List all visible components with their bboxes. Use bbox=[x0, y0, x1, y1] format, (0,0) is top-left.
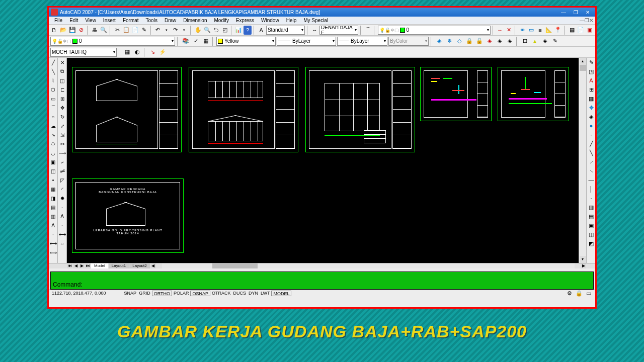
hscroll-left-icon[interactable]: ◀ bbox=[150, 263, 156, 268]
pline-icon[interactable]: ⌇ bbox=[49, 76, 57, 84]
r20-icon[interactable]: ◫ bbox=[587, 230, 596, 239]
match-icon[interactable]: ✎ bbox=[140, 26, 148, 35]
mtext-icon[interactable]: A bbox=[49, 221, 57, 229]
trim-icon[interactable]: ✂ bbox=[58, 140, 66, 148]
preview-icon[interactable]: 🔍 bbox=[100, 26, 108, 35]
chamfer-icon[interactable]: ◸ bbox=[58, 176, 66, 184]
help-icon[interactable]: ? bbox=[244, 26, 252, 35]
offset-icon[interactable]: ⊏ bbox=[58, 85, 66, 94]
r8-icon[interactable]: ● bbox=[587, 121, 596, 130]
rotate-icon[interactable]: ↻ bbox=[58, 113, 66, 121]
close-button[interactable]: ✕ bbox=[582, 9, 593, 16]
scale-icon[interactable]: ⤢ bbox=[58, 122, 66, 130]
menu-modify[interactable]: Modify bbox=[211, 17, 232, 24]
r2-icon[interactable]: ◳ bbox=[587, 67, 596, 76]
break-icon[interactable]: ⌿ bbox=[58, 158, 66, 166]
r18-icon[interactable]: ▤ bbox=[587, 212, 596, 221]
cut-icon[interactable]: ✂ bbox=[114, 26, 122, 35]
insert-icon[interactable]: ▣ bbox=[49, 158, 57, 166]
osnap3-icon[interactable]: ◈ bbox=[540, 37, 549, 46]
hscroll-track[interactable] bbox=[162, 263, 575, 268]
st-lwt[interactable]: LWT bbox=[260, 291, 271, 296]
dim-linear-icon[interactable]: ↔ bbox=[496, 26, 504, 35]
array-icon[interactable]: ⊞ bbox=[58, 95, 66, 103]
st-snap[interactable]: SNAP bbox=[123, 291, 138, 296]
area-icon[interactable]: ▭ bbox=[527, 26, 535, 35]
text-icon[interactable]: 📄 bbox=[577, 26, 585, 35]
dimstyle-combo[interactable]: DENAH BAJA E▾ bbox=[319, 26, 358, 35]
r15-icon[interactable]: │ bbox=[587, 185, 596, 194]
textstyle-icon[interactable]: A bbox=[257, 26, 265, 35]
r5-icon[interactable]: ▦ bbox=[587, 94, 596, 103]
zoom-rt-icon[interactable]: 🔍 bbox=[203, 26, 211, 35]
dim2-icon[interactable]: ⟺ bbox=[49, 248, 57, 256]
laylck-icon[interactable]: 🔒 bbox=[465, 37, 474, 46]
layulk-icon[interactable]: 🔓 bbox=[475, 37, 484, 46]
undo-dropdown-icon[interactable]: ▾ bbox=[163, 26, 171, 35]
arc2-icon[interactable]: ⌒ bbox=[49, 104, 57, 112]
menu-tools[interactable]: Tools bbox=[142, 17, 161, 24]
status-tray3-icon[interactable]: ▭ bbox=[584, 289, 593, 298]
list-icon[interactable]: ≡ bbox=[536, 26, 544, 35]
new-icon[interactable]: 🗋 bbox=[50, 26, 58, 35]
mdi-minimize[interactable]: — bbox=[580, 18, 585, 23]
tab-model[interactable]: Model bbox=[91, 263, 108, 268]
dimstyle-icon[interactable]: ↔ bbox=[310, 26, 318, 35]
minimize-button[interactable]: — bbox=[558, 9, 569, 16]
tab-last-icon[interactable]: ⏭ bbox=[85, 263, 91, 268]
move-icon[interactable]: ✥ bbox=[58, 104, 66, 112]
r10-icon[interactable]: ╱ bbox=[587, 139, 596, 148]
st-dyn[interactable]: DYN bbox=[248, 291, 259, 296]
qnew-icon[interactable]: ⊘ bbox=[77, 26, 86, 35]
osnap1-icon[interactable]: ⊡ bbox=[520, 37, 529, 46]
plot-icon[interactable]: 🖶 bbox=[91, 26, 99, 35]
menu-window[interactable]: Window bbox=[258, 17, 283, 24]
menu-format[interactable]: Format bbox=[119, 17, 142, 24]
menu-express[interactable]: Express bbox=[232, 17, 258, 24]
point-icon[interactable]: • bbox=[49, 176, 57, 184]
mdi-close[interactable]: ✕ bbox=[589, 18, 593, 23]
dist-icon[interactable]: ⇹ bbox=[519, 26, 527, 35]
tab-first-icon[interactable]: ⏮ bbox=[67, 263, 72, 268]
drawing-canvas[interactable]: GAMBAR RENCANA BANGUNAN KONSTRUKSI BAJA … bbox=[67, 58, 579, 263]
r16-icon[interactable]: · bbox=[587, 194, 596, 203]
hatch-icon[interactable]: ▦ bbox=[123, 48, 132, 57]
layfrz-icon[interactable]: ❄ bbox=[445, 37, 454, 46]
menu-draw[interactable]: Draw bbox=[161, 17, 180, 24]
layerp1-icon[interactable]: ◈ bbox=[495, 37, 504, 46]
makeblock-icon[interactable]: ◫ bbox=[49, 167, 57, 175]
user-combo[interactable]: MOCH TAUFIQ▾ bbox=[50, 48, 117, 57]
r6-icon[interactable]: ✥ bbox=[587, 103, 596, 112]
block-icon[interactable]: ▦ bbox=[568, 26, 576, 35]
linetype-combo[interactable]: ByLayer▾ bbox=[277, 37, 336, 46]
spline-icon[interactable]: ∿ bbox=[49, 131, 57, 139]
stretch-icon[interactable]: ⇲ bbox=[58, 131, 66, 139]
r9-icon[interactable]: · bbox=[587, 130, 596, 139]
osnap4-icon[interactable]: ✎ bbox=[550, 37, 559, 46]
layer-full-combo[interactable]: 💡🔓❄▢ 0 ▾ bbox=[50, 37, 175, 46]
layiso-icon[interactable]: ◈ bbox=[435, 37, 444, 46]
r1-icon[interactable]: ✎ bbox=[587, 58, 596, 67]
undo-icon[interactable]: ↶ bbox=[154, 26, 162, 35]
layerp2-icon[interactable]: ◈ bbox=[505, 37, 514, 46]
gradient2-icon[interactable]: ◨ bbox=[49, 194, 57, 202]
gradient-icon[interactable]: ◐ bbox=[133, 48, 142, 57]
layerprops-icon[interactable]: 📚 bbox=[181, 37, 190, 46]
hatch2-icon[interactable]: ▦ bbox=[49, 185, 57, 193]
copy2-icon[interactable]: ⧉ bbox=[58, 67, 66, 75]
mdi-restore[interactable]: ❐ bbox=[585, 18, 589, 23]
r13-icon[interactable]: ⟍ bbox=[587, 166, 596, 175]
maximize-button[interactable]: ❐ bbox=[570, 9, 581, 16]
xline-icon[interactable]: ╲ bbox=[49, 67, 57, 75]
r12-icon[interactable]: ⟋ bbox=[587, 157, 596, 166]
explode-icon[interactable]: ✸ bbox=[58, 194, 66, 202]
redo-icon[interactable]: ↷ bbox=[172, 26, 180, 35]
region2-icon[interactable]: ▤ bbox=[49, 203, 57, 211]
st-polar[interactable]: POLAR bbox=[173, 291, 190, 296]
open-icon[interactable]: 📂 bbox=[59, 26, 67, 35]
st-grid[interactable]: GRID bbox=[138, 291, 151, 296]
dim-cancel-icon[interactable]: ✕ bbox=[505, 26, 513, 35]
table-icon[interactable]: ▥ bbox=[49, 212, 57, 220]
r19-icon[interactable]: ▣ bbox=[587, 221, 596, 230]
command-line[interactable]: Command: bbox=[50, 272, 594, 290]
